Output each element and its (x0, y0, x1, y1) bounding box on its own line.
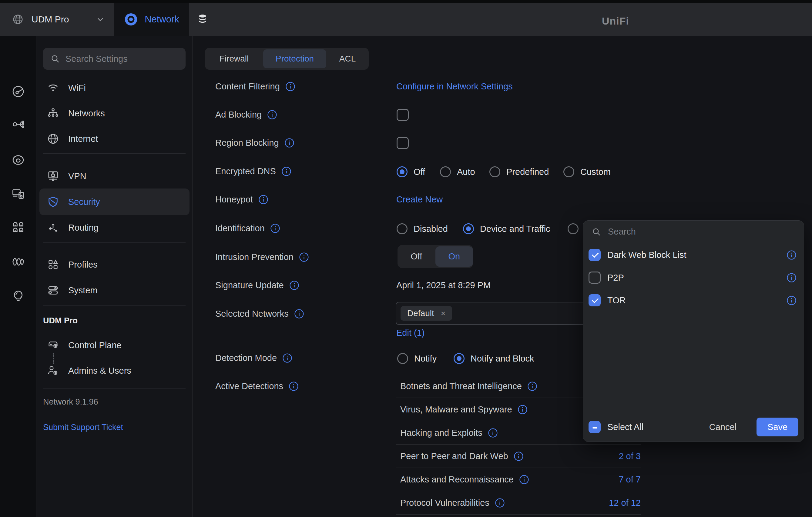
select-all-checkbox[interactable] (588, 421, 601, 433)
settings-search[interactable] (43, 48, 185, 70)
sidebar-item-label: Control Plane (68, 340, 122, 350)
shield-icon (47, 196, 59, 208)
encrypted-dns-option-custom[interactable]: Custom (563, 166, 611, 178)
radio-icon (397, 353, 408, 364)
info-icon[interactable] (299, 252, 309, 262)
info-icon[interactable] (495, 498, 505, 508)
database-button[interactable] (189, 3, 208, 36)
dashboard-icon[interactable] (11, 85, 25, 98)
encrypted-dns-option-off[interactable]: Off (397, 166, 425, 178)
sidebar-item-system[interactable]: System (47, 282, 98, 299)
sidebar-item-label: Security (68, 197, 100, 207)
detection-row-attacks[interactable]: Attacks and Reconnaissance 7 of 7 (396, 468, 641, 491)
tab-network-app[interactable]: Network (114, 3, 189, 36)
info-icon[interactable] (786, 273, 796, 283)
label-active-detections: Active Detections (215, 380, 299, 392)
info-icon[interactable] (519, 475, 529, 485)
select-all-label: Select All (607, 422, 643, 432)
tab-acl[interactable]: ACL (326, 48, 369, 70)
info-icon[interactable] (289, 280, 299, 290)
identification-option-device-and-traffic[interactable]: Device and Traffic (463, 223, 550, 235)
sidebar-item-security[interactable]: Security (47, 193, 100, 210)
applications-icon[interactable] (11, 221, 25, 234)
encrypted-dns-option-auto[interactable]: Auto (440, 166, 475, 178)
info-icon[interactable] (267, 110, 277, 120)
control-plane-icon (47, 339, 59, 351)
detection-mode-option-notify-and-block[interactable]: Notify and Block (454, 353, 534, 365)
vpn-icon (47, 170, 59, 182)
sidebar-item-admins-users[interactable]: Admins & Users (47, 362, 131, 379)
info-icon[interactable] (270, 223, 280, 233)
info-icon[interactable] (514, 451, 524, 461)
popup-search-input[interactable] (608, 227, 795, 237)
sidebar-item-profiles[interactable]: Profiles (47, 256, 98, 273)
unifi-devices-icon[interactable] (11, 153, 25, 167)
insights-icon[interactable] (11, 255, 25, 269)
info-icon[interactable] (786, 250, 796, 260)
encrypted-dns-option-predefined[interactable]: Predefined (489, 166, 549, 178)
sidebar-item-label: Routing (68, 223, 98, 233)
sidebar-item-label: Admins & Users (68, 366, 131, 376)
popup-search[interactable] (583, 221, 804, 243)
checkbox-icon[interactable] (588, 272, 601, 284)
tab-firewall[interactable]: Firewall (205, 48, 263, 70)
sidebar-item-networks[interactable]: Networks (47, 105, 105, 122)
info-icon[interactable] (258, 194, 268, 205)
checkbox-checked-icon[interactable] (588, 249, 601, 261)
info-icon[interactable] (282, 353, 292, 363)
detection-count[interactable]: 7 of 7 (618, 475, 641, 485)
settings-search-input[interactable] (65, 54, 180, 64)
info-icon[interactable] (527, 381, 537, 391)
popup-item-tor[interactable]: TOR (588, 291, 799, 309)
sidebar-item-internet[interactable]: Internet (47, 130, 98, 147)
info-icon[interactable] (786, 296, 796, 305)
detection-row-protocol[interactable]: Protocol Vulnerabilities 12 of 12 (396, 491, 641, 515)
label-selected-networks: Selected Networks (215, 308, 304, 320)
network-version-text: Network 9.1.96 (43, 397, 98, 407)
create-new-link[interactable]: Create New (396, 193, 443, 206)
site-switcher-dropdown[interactable]: UDM Pro (0, 3, 114, 36)
tab-protection[interactable]: Protection (263, 50, 326, 68)
info-icon[interactable] (294, 309, 304, 319)
detection-count[interactable]: 12 of 12 (609, 498, 641, 508)
detection-mode-option-notify[interactable]: Notify (397, 353, 437, 365)
cancel-button[interactable]: Cancel (709, 422, 736, 432)
radio-selected-icon (463, 223, 474, 234)
network-app-icon (124, 12, 138, 26)
block-list-popup: Dark Web Block List P2P TOR Select All C… (583, 220, 804, 442)
label-intrusion-prevention: Intrusion Prevention (215, 251, 309, 263)
chip-remove-icon[interactable]: × (441, 309, 445, 318)
edit-networks-link[interactable]: Edit (1) (396, 327, 425, 339)
topology-icon[interactable] (11, 118, 25, 131)
info-icon[interactable] (285, 82, 295, 92)
sidebar-item-control-plane[interactable]: Control Plane (47, 337, 122, 354)
toggle-off[interactable]: Off (398, 245, 435, 268)
sidebar-item-wifi[interactable]: WiFi (47, 80, 86, 96)
info-icon[interactable] (281, 166, 291, 176)
sidebar-item-vpn[interactable]: VPN (47, 168, 86, 185)
info-icon[interactable] (289, 381, 299, 391)
detection-row-p2p-darkweb[interactable]: Peer to Peer and Dark Web 2 of 3 (396, 445, 641, 468)
region-blocking-checkbox[interactable] (397, 137, 409, 149)
unifi-network-settings-page: UDM Pro Network UniFi (0, 0, 812, 517)
popup-item-p2p[interactable]: P2P (588, 269, 799, 287)
popup-item-dark-web-block-list[interactable]: Dark Web Block List (588, 246, 799, 264)
identification-option-partially-hidden[interactable] (568, 223, 579, 235)
info-icon[interactable] (518, 404, 528, 415)
info-icon[interactable] (284, 138, 294, 148)
sidebar-item-routing[interactable]: Routing (47, 219, 98, 236)
ad-blocking-checkbox[interactable] (397, 109, 409, 121)
submit-support-ticket-link[interactable]: Submit Support Ticket (43, 423, 123, 432)
info-icon[interactable] (488, 428, 498, 438)
identification-option-disabled[interactable]: Disabled (397, 223, 448, 235)
innovations-bulb-icon[interactable] (11, 290, 25, 303)
toggle-on[interactable]: On (435, 246, 473, 267)
clients-icon[interactable] (11, 187, 25, 200)
save-button[interactable]: Save (756, 418, 799, 436)
configure-network-settings-link[interactable]: Configure in Network Settings (396, 80, 513, 92)
checkbox-checked-icon[interactable] (588, 294, 601, 306)
detection-count[interactable]: 2 of 3 (618, 451, 641, 461)
radio-selected-icon (397, 166, 407, 177)
label-region-blocking: Region Blocking (215, 137, 294, 149)
sidebar-item-label: System (68, 285, 98, 296)
